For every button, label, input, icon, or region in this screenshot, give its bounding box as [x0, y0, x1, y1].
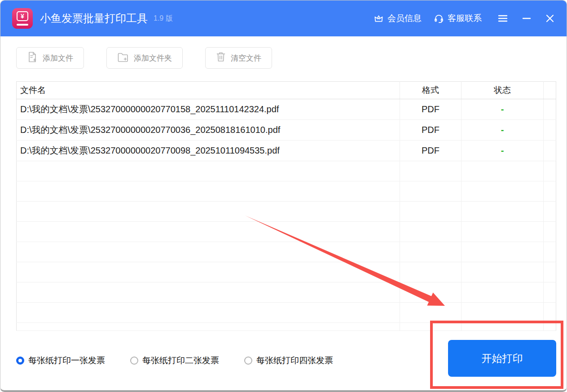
empty-table-row: [17, 303, 556, 323]
empty-table-row: [17, 181, 556, 202]
app-title: 小鱼发票批量打印工具: [40, 11, 148, 26]
cell-format: PDF: [400, 141, 462, 161]
add-file-button[interactable]: 添加文件: [16, 47, 84, 69]
radio-selected-icon[interactable]: [16, 357, 24, 365]
clear-files-label: 清空文件: [231, 53, 261, 63]
trash-icon: [216, 51, 226, 65]
cell-format: PDF: [400, 120, 462, 141]
close-button[interactable]: [545, 13, 555, 23]
print-options: 每张纸打印一张发票每张纸打印二张发票每张纸打印四张发票: [16, 355, 333, 366]
cell-filename: D:\我的文档\发票\25327000000020770158_20251110…: [17, 99, 400, 120]
toolbar: 添加文件 添加文件夹 清空文: [0, 36, 567, 69]
add-folder-icon: [117, 52, 129, 65]
cell-filename: D:\我的文档\发票\25327000000020770098_20251011…: [17, 141, 400, 161]
cell-extra: [544, 141, 556, 161]
print-option-radio-3[interactable]: 每张纸打印四张发票: [244, 355, 333, 366]
column-header-status: 状态: [462, 82, 544, 99]
add-folder-button[interactable]: 添加文件夹: [106, 47, 183, 69]
column-header-extra: [544, 82, 556, 99]
table-row[interactable]: D:\我的文档\发票\25327000000020770158_20251110…: [17, 99, 556, 120]
empty-table-row: [17, 161, 556, 181]
titlebar: ¥ 小鱼发票批量打印工具 1.9 版 会员信息: [0, 0, 567, 36]
app-window: ¥ 小鱼发票批量打印工具 1.9 版 会员信息: [0, 0, 567, 392]
radio-unselected-icon[interactable]: [130, 357, 138, 365]
empty-table-row: [17, 262, 556, 282]
radio-option-label: 每张纸打印四张发票: [256, 355, 333, 366]
radio-option-label: 每张纸打印一张发票: [28, 355, 105, 366]
empty-table-row: [17, 222, 556, 242]
customer-service-button[interactable]: 客服联系: [434, 13, 482, 24]
cell-status: -: [462, 120, 544, 141]
crown-icon: [374, 13, 384, 24]
file-table: 文件名 格式 状态 D:\我的文档\发票\2532700000002077015…: [16, 81, 556, 331]
empty-table-row: [17, 242, 556, 262]
minimize-button[interactable]: [522, 14, 532, 23]
clear-files-button[interactable]: 清空文件: [205, 47, 272, 69]
radio-unselected-icon[interactable]: [244, 357, 252, 365]
customer-service-label: 客服联系: [448, 13, 482, 24]
empty-table-row: [17, 323, 556, 331]
cell-status: -: [462, 99, 544, 120]
file-table-wrap: 文件名 格式 状态 D:\我的文档\发票\2532700000002077015…: [16, 81, 555, 331]
app-version: 1.9 版: [154, 14, 173, 23]
member-info-button[interactable]: 会员信息: [374, 13, 422, 24]
minimize-icon: [522, 14, 532, 23]
table-row[interactable]: D:\我的文档\发票\25327000000020770098_20251011…: [17, 141, 556, 161]
add-file-label: 添加文件: [43, 53, 73, 63]
start-print-button[interactable]: 开始打印: [448, 340, 556, 377]
print-option-radio-2[interactable]: 每张纸打印二张发票: [130, 355, 219, 366]
table-row[interactable]: D:\我的文档\发票\25327000000020770036_20250818…: [17, 120, 556, 141]
cell-status: -: [462, 141, 544, 161]
empty-table-row: [17, 282, 556, 303]
add-folder-label: 添加文件夹: [134, 53, 172, 63]
add-file-icon: [27, 51, 38, 65]
menu-button[interactable]: [497, 14, 508, 23]
column-header-filename: 文件名: [17, 82, 400, 99]
radio-option-label: 每张纸打印二张发票: [142, 355, 219, 366]
headset-icon: [434, 13, 444, 24]
close-icon: [545, 13, 555, 23]
print-option-radio-1[interactable]: 每张纸打印一张发票: [16, 355, 105, 366]
cell-extra: [544, 120, 556, 141]
cell-format: PDF: [400, 99, 462, 120]
app-logo-icon: ¥: [12, 8, 33, 29]
empty-table-row: [17, 202, 556, 222]
column-header-format: 格式: [400, 82, 462, 99]
cell-extra: [544, 99, 556, 120]
member-info-label: 会员信息: [387, 13, 422, 24]
file-table-body: D:\我的文档\发票\25327000000020770158_20251110…: [17, 99, 556, 331]
table-header-row: 文件名 格式 状态: [17, 82, 556, 99]
cell-filename: D:\我的文档\发票\25327000000020770036_20250818…: [17, 120, 400, 141]
hamburger-icon: [497, 14, 508, 23]
